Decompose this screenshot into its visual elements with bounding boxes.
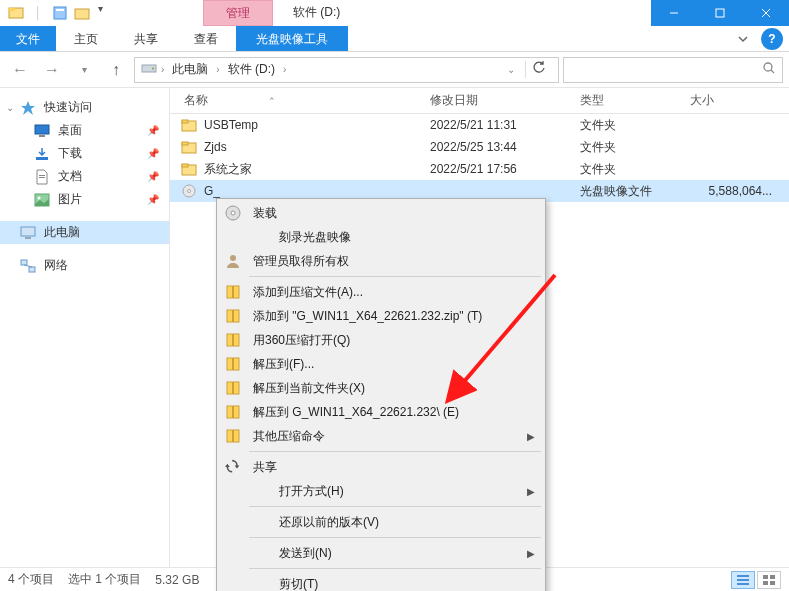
search-box[interactable] <box>563 57 783 83</box>
zip-icon <box>223 426 243 446</box>
ctx-extract-to[interactable]: 解压到(F)... <box>219 352 543 376</box>
up-button[interactable]: ↑ <box>102 56 130 84</box>
contextual-tab-group: 管理 软件 (D:) <box>203 0 360 26</box>
svg-point-36 <box>230 255 236 261</box>
ctx-cut[interactable]: 剪切(T) <box>219 572 543 591</box>
breadcrumb-drive[interactable]: 软件 (D:) <box>224 59 279 80</box>
crumb-sep[interactable]: › <box>283 64 286 75</box>
file-name: Zjds <box>204 140 227 154</box>
recent-dropdown-icon[interactable]: ▾ <box>70 56 98 84</box>
download-icon <box>34 146 50 162</box>
chevron-down-icon[interactable]: ⌄ <box>6 102 14 113</box>
col-date-header[interactable]: 修改日期 <box>430 92 580 109</box>
properties-icon[interactable] <box>50 3 70 23</box>
svg-rect-18 <box>39 177 45 178</box>
sidebar-this-pc[interactable]: 此电脑 <box>0 221 169 244</box>
window-title: 软件 (D:) <box>273 0 360 26</box>
file-type: 文件夹 <box>580 117 690 134</box>
share-tab[interactable]: 共享 <box>116 26 176 51</box>
folder-row[interactable]: 系统之家2022/5/21 17:56文件夹 <box>170 158 789 180</box>
minimize-button[interactable] <box>651 0 697 26</box>
new-folder-icon[interactable] <box>72 3 92 23</box>
col-size-header[interactable]: 大小 <box>690 92 780 109</box>
ctx-restore-versions[interactable]: 还原以前的版本(V) <box>219 510 543 534</box>
details-view-button[interactable] <box>731 571 755 589</box>
ctx-open-360[interactable]: 用360压缩打开(Q) <box>219 328 543 352</box>
ctx-label: 添加到 "G_WIN11_X64_22621.232.zip" (T) <box>253 308 535 325</box>
breadcrumb-pc[interactable]: 此电脑 <box>168 59 212 80</box>
ctx-send-to[interactable]: 发送到(N) ▶ <box>219 541 543 565</box>
sidebar-network[interactable]: 网络 <box>0 254 169 277</box>
svg-point-20 <box>38 196 41 199</box>
col-name-header[interactable]: 名称⌃ <box>178 92 430 109</box>
ctx-burn[interactable]: 刻录光盘映像 <box>219 225 543 249</box>
svg-rect-6 <box>716 9 724 17</box>
forward-button[interactable]: → <box>38 56 66 84</box>
sidebar-desktop[interactable]: 桌面 📌 <box>0 119 169 142</box>
separator <box>249 568 541 569</box>
sidebar-downloads[interactable]: 下载 📌 <box>0 142 169 165</box>
svg-rect-23 <box>21 260 27 265</box>
sidebar-pictures[interactable]: 图片 📌 <box>0 188 169 211</box>
pin-icon: 📌 <box>147 194 159 205</box>
disc-image-icon <box>180 183 198 199</box>
close-button[interactable] <box>743 0 789 26</box>
address-dropdown-icon[interactable]: ⌄ <box>501 64 521 75</box>
svg-point-35 <box>231 211 235 215</box>
ctx-mount[interactable]: 装载 <box>219 201 543 225</box>
ctx-label: 刻录光盘映像 <box>253 229 535 246</box>
status-size: 5.32 GB <box>155 573 199 587</box>
ctx-admin-ownership[interactable]: 管理员取得所有权 <box>219 249 543 273</box>
ribbon-expand-icon[interactable] <box>731 26 755 51</box>
ctx-extract-named[interactable]: 解压到 G_WIN11_X64_22621.232\ (E) <box>219 400 543 424</box>
ctx-label: 其他压缩命令 <box>253 428 517 445</box>
back-button[interactable]: ← <box>6 56 34 84</box>
tools-contextual-tab[interactable]: 管理 <box>203 0 273 26</box>
status-selection: 选中 1 个项目 <box>68 571 141 588</box>
svg-rect-17 <box>39 175 45 176</box>
quick-access-icon <box>20 100 36 116</box>
folder-row[interactable]: USBTemp2022/5/21 11:31文件夹 <box>170 114 789 136</box>
view-tab[interactable]: 查看 <box>176 26 236 51</box>
home-tab[interactable]: 主页 <box>56 26 116 51</box>
ctx-add-to-zip[interactable]: 添加到 "G_WIN11_X64_22621.232.zip" (T) <box>219 304 543 328</box>
ctx-label: 打开方式(H) <box>253 483 517 500</box>
ctx-label: 还原以前的版本(V) <box>253 514 535 531</box>
help-button[interactable]: ? <box>761 28 783 50</box>
svg-point-11 <box>764 63 772 71</box>
col-type-header[interactable]: 类型 <box>580 92 690 109</box>
disc-tools-tab[interactable]: 光盘映像工具 <box>236 26 348 51</box>
title-bar: │ ▾ 管理 软件 (D:) <box>0 0 789 26</box>
svg-rect-29 <box>182 142 188 145</box>
qat-dropdown-icon[interactable]: ▾ <box>98 3 103 23</box>
ctx-extract-here[interactable]: 解压到当前文件夹(X) <box>219 376 543 400</box>
sidebar-documents[interactable]: 文档 📌 <box>0 165 169 188</box>
thumbnail-view-button[interactable] <box>757 571 781 589</box>
submenu-arrow-icon: ▶ <box>527 548 535 559</box>
ctx-label: 管理员取得所有权 <box>253 253 535 270</box>
svg-rect-59 <box>770 581 775 585</box>
folder-row[interactable]: Zjds2022/5/25 13:44文件夹 <box>170 136 789 158</box>
ctx-label: 用360压缩打开(Q) <box>253 332 535 349</box>
crumb-sep[interactable]: › <box>161 64 164 75</box>
file-tab[interactable]: 文件 <box>0 26 56 51</box>
refresh-button[interactable] <box>525 61 552 78</box>
svg-rect-16 <box>36 157 48 160</box>
pc-icon <box>20 225 36 241</box>
ctx-share[interactable]: 共享 <box>219 455 543 479</box>
sort-indicator-icon: ⌃ <box>268 96 276 106</box>
ctx-add-archive[interactable]: 添加到压缩文件(A)... <box>219 280 543 304</box>
svg-marker-13 <box>21 101 35 115</box>
submenu-arrow-icon: ▶ <box>527 431 535 442</box>
svg-rect-40 <box>232 310 234 322</box>
crumb-sep[interactable]: › <box>216 64 219 75</box>
window-controls <box>651 0 789 26</box>
ctx-open-with[interactable]: 打开方式(H) ▶ <box>219 479 543 503</box>
maximize-button[interactable] <box>697 0 743 26</box>
svg-line-12 <box>771 70 774 73</box>
quick-access-group[interactable]: ⌄ 快速访问 <box>0 96 169 119</box>
address-bar[interactable]: › 此电脑 › 软件 (D:) › ⌄ <box>134 57 559 83</box>
share-icon <box>223 457 243 477</box>
ctx-other-compress[interactable]: 其他压缩命令 ▶ <box>219 424 543 448</box>
sidebar-label: 快速访问 <box>44 99 92 116</box>
